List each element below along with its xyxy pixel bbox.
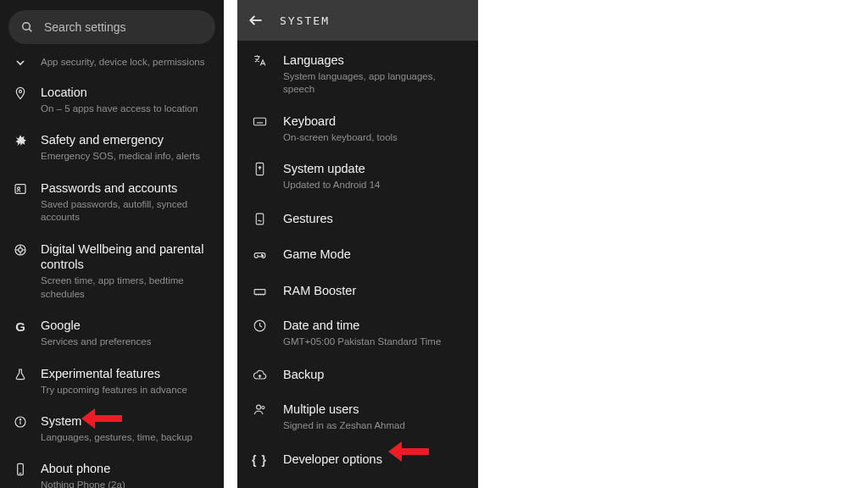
system-item-reset[interactable]: Reset options: [242, 478, 473, 488]
item-title: Multiple users: [283, 402, 466, 418]
item-title: Developer options: [283, 452, 466, 468]
system-item-keyboard[interactable]: Keyboard On-screen keyboard, tools: [242, 105, 473, 152]
svg-rect-24: [256, 214, 264, 225]
svg-line-1: [29, 29, 31, 31]
accounts-icon: [10, 180, 31, 196]
info-icon: [10, 413, 31, 429]
item-title: Keyboard: [283, 114, 466, 130]
svg-rect-17: [253, 118, 265, 125]
item-subtitle: Languages, gestures, time, backup: [41, 431, 214, 445]
item-subtitle: System languages, app languages, speech: [283, 70, 466, 97]
system-list: Languages System languages, app language…: [237, 41, 478, 488]
svg-point-6: [19, 247, 23, 252]
phone-icon: [10, 461, 31, 476]
settings-item-about[interactable]: About phone Nothing Phone (2a): [5, 452, 219, 488]
gesture-icon: [249, 211, 270, 226]
users-icon: [249, 402, 270, 417]
system-header: SYSTEM: [237, 0, 478, 41]
item-title: Gestures: [283, 211, 466, 227]
settings-item-location[interactable]: Location On – 5 apps have access to loca…: [5, 76, 219, 124]
system-item-gestures[interactable]: Gestures: [242, 201, 473, 237]
item-title: Languages: [283, 53, 466, 69]
item-title: Game Mode: [283, 247, 466, 263]
item-title: Date and time: [283, 318, 466, 334]
item-subtitle: Emergency SOS, medical info, alerts: [41, 150, 214, 164]
item-title: Location: [41, 85, 214, 101]
braces-icon: { }: [249, 452, 270, 467]
item-subtitle: On-screen keyboard, tools: [283, 131, 466, 145]
system-header-title: SYSTEM: [280, 14, 330, 27]
item-title: Backup: [283, 367, 466, 383]
keyboard-icon: [249, 114, 270, 129]
item-subtitle: Nothing Phone (2a): [41, 479, 214, 488]
flask-icon: [10, 366, 31, 381]
settings-panel: Search settings App security, device loc…: [0, 0, 224, 488]
search-bar[interactable]: Search settings: [8, 10, 215, 44]
item-subtitle: Screen time, app timers, bedtime schedul…: [41, 274, 214, 301]
system-panel: SYSTEM Languages System languages, app l…: [237, 0, 478, 488]
item-title: Safety and emergency: [41, 132, 214, 148]
item-subtitle: Saved passwords, autofill, synced accoun…: [41, 198, 214, 225]
system-item-users[interactable]: Multiple users Signed in as Zeshan Ahmad: [242, 393, 473, 441]
item-subtitle: Signed in as Zeshan Ahmad: [283, 419, 466, 433]
settings-item-passwords[interactable]: Passwords and accounts Saved passwords, …: [5, 172, 219, 233]
gamepad-icon: [249, 247, 270, 263]
item-title: Google: [41, 318, 214, 334]
svg-point-4: [18, 187, 20, 190]
blank-area: [492, 0, 868, 488]
svg-point-36: [261, 407, 264, 409]
location-icon: [10, 85, 31, 100]
item-subtitle: Updated to Android 14: [283, 179, 466, 192]
translate-icon: [249, 53, 270, 68]
system-item-developer[interactable]: { } Developer options: [242, 441, 473, 478]
settings-item-google[interactable]: G Google Services and preferences: [5, 309, 219, 357]
svg-point-13: [19, 419, 20, 420]
item-title: System update: [283, 161, 466, 177]
item-title: About phone: [41, 461, 214, 477]
google-icon: G: [10, 318, 31, 334]
ram-icon: [249, 284, 270, 299]
system-item-update[interactable]: System update Updated to Android 14: [242, 152, 473, 200]
item-title: Passwords and accounts: [41, 180, 214, 197]
search-placeholder: Search settings: [44, 20, 126, 34]
svg-point-0: [23, 23, 31, 30]
svg-point-2: [19, 90, 21, 92]
svg-rect-29: [254, 289, 265, 294]
settings-item-wellbeing[interactable]: Digital Wellbeing and parental controls …: [5, 233, 219, 310]
system-item-backup[interactable]: Backup: [242, 357, 473, 393]
item-title: RAM Booster: [283, 283, 466, 299]
settings-item-experimental[interactable]: Experimental features Try upcoming featu…: [5, 358, 219, 405]
item-title: Experimental features: [41, 366, 214, 382]
item-subtitle: On – 5 apps have access to location: [41, 103, 214, 116]
svg-rect-3: [15, 184, 25, 193]
back-button[interactable]: [248, 12, 264, 29]
backup-icon: [249, 368, 270, 383]
item-title: Digital Wellbeing and parental controls: [41, 241, 214, 274]
system-item-languages[interactable]: Languages System languages, app language…: [242, 44, 473, 105]
svg-point-35: [256, 406, 260, 410]
medical-icon: [10, 132, 31, 147]
settings-item-safety[interactable]: Safety and emergency Emergency SOS, medi…: [5, 124, 219, 171]
search-icon: [20, 20, 34, 34]
clock-icon: [249, 318, 270, 333]
item-subtitle: Try upcoming features in advance: [41, 384, 214, 397]
chevron-down-icon: [10, 54, 31, 69]
settings-item-previous[interactable]: App security, device lock, permissions: [5, 51, 219, 76]
item-title: System: [41, 413, 214, 430]
wellbeing-icon: [10, 241, 31, 257]
settings-item-system[interactable]: System Languages, gestures, time, backup: [5, 405, 219, 452]
item-subtitle: App security, device lock, permissions: [41, 56, 214, 69]
svg-point-28: [262, 256, 263, 257]
item-subtitle: Services and preferences: [41, 336, 214, 349]
settings-list: App security, device lock, permissions L…: [0, 51, 224, 488]
item-subtitle: GMT+05:00 Pakistan Standard Time: [283, 336, 466, 349]
system-item-datetime[interactable]: Date and time GMT+05:00 Pakistan Standar…: [242, 309, 473, 357]
system-item-gamemode[interactable]: Game Mode: [242, 236, 473, 273]
update-icon: [249, 161, 270, 176]
system-item-ram[interactable]: RAM Booster: [242, 273, 473, 309]
